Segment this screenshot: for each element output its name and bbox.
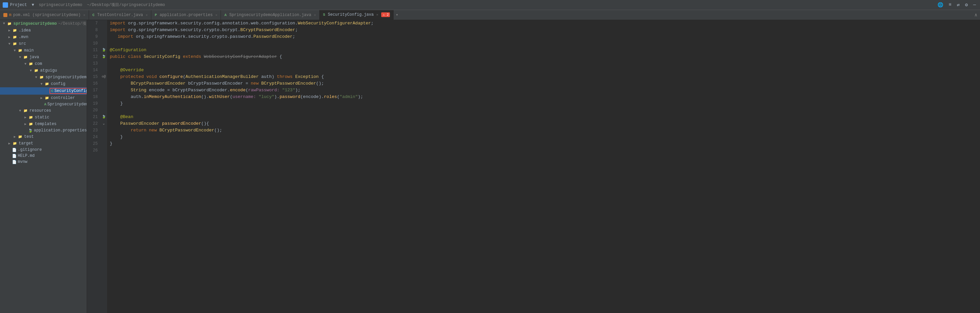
ln-11: 11 [90,47,98,54]
tree-main[interactable]: ▼ 📁 main [0,47,87,54]
g25 [100,140,107,147]
tab-app-close[interactable]: ✕ [314,13,316,17]
tree-idea[interactable]: ▶ 📁 .idea [0,27,87,34]
tree-resources[interactable]: ▼ 📁 resources [0,107,87,114]
config-arrow: ▼ [39,82,44,86]
tree-appprops[interactable]: ▶ 🍃 application.properties [0,127,87,133]
tree-java[interactable]: ▼ 📁 java [0,54,87,60]
tree-src[interactable]: ▼ 📁 src [0,40,87,47]
minimize-icon[interactable]: — [972,2,977,8]
java-folder-icon: 📁 [23,54,28,60]
atguigu-label: atguigu [40,68,57,73]
swap-icon[interactable]: ⇄ [956,2,961,8]
ln-12: 12 [90,54,98,60]
atguigu-folder-icon: 📁 [33,68,39,73]
ln-17: 17 [90,87,98,94]
src-folder-icon: 📁 [12,41,18,46]
tree-com[interactable]: ▼ 📁 com [0,60,87,67]
tree-test[interactable]: ▶ 📁 test [0,133,87,140]
tree-config[interactable]: ▼ 📁 config [0,81,87,87]
code-line-8: import org.springframework.security.cryp… [110,27,977,33]
tree-pkg[interactable]: ▼ 📁 springsecuritydemo [0,74,87,81]
res-label: resources [29,108,51,113]
pkg-label: springsecuritydemo [46,75,87,79]
tab-properties-text: application.properties [160,13,213,17]
ln-23: 23 [90,127,98,134]
line-numbers: 7 8 9 10 11 12 13 14 15 16 17 18 19 20 2… [87,20,100,313]
editor-actions[interactable]: ∧ [975,10,980,20]
tree-target[interactable]: ▶ 📁 target [0,140,87,147]
code-line-12: public class SecurityConfig extends WebS… [110,54,977,60]
src-label: src [19,41,26,46]
code-line-11: @Configuration [110,47,977,54]
ln-7: 7 [90,20,98,27]
java-arrow: ▼ [18,56,23,59]
tree-securityconfig[interactable]: ▶ C SecurityConfig [0,87,87,95]
globe-icon[interactable]: 🌐 [936,2,945,8]
scroll-up-icon[interactable]: ∧ [975,12,977,18]
g10 [100,40,107,47]
g16 [100,80,107,87]
config-folder-icon: 📁 [44,81,49,87]
list-icon[interactable]: ≡ [947,2,953,8]
tree-mvn[interactable]: ▶ 📁 .mvn [0,34,87,40]
root-label: springsecuritydemo [13,21,57,26]
tree-appclass[interactable]: ▶ A SpringsecuritydemoApplication [0,101,87,107]
git-icon: 📄 [12,148,17,152]
tree-mvnw[interactable]: ▶ 📄 mvnw [0,159,87,165]
tab-controller-text: TestController.java [97,13,143,17]
tree-controller[interactable]: ▶ 📁 controller [0,95,87,101]
code-line-22: PasswordEncoder passwordEncoder(){ [110,121,977,127]
tab-app-text: SpringsecuritydemoApplication.java [229,13,311,17]
securityconfig-icon: C [51,89,54,93]
res-arrow: ▼ [18,109,23,113]
test-label: test [24,134,34,139]
tree-static[interactable]: ▶ 📁 static [0,114,87,121]
title-bar: Project ▼ springsecuritydemo ~/Desktop/项… [0,0,980,10]
idea-folder-icon: 📁 [12,28,18,33]
java-label: java [29,55,39,60]
tab-app[interactable]: A SpringsecuritydemoApplication.java ✕ [221,10,319,20]
tree-atguigu[interactable]: ▼ 📁 atguigu [0,67,87,74]
tab-overflow[interactable]: ▾ [394,10,400,20]
g26 [100,147,107,154]
code-area[interactable]: 7 8 9 10 11 12 13 14 15 16 17 18 19 20 2… [87,20,980,313]
tree-root[interactable]: ▼ 📁 springsecuritydemo ~/Desktop/项目/spri… [0,20,87,27]
target-arrow: ▶ [7,141,12,145]
tab-pom-close[interactable]: ✕ [83,13,85,17]
appclass-icon: A [44,102,46,106]
project-tree: ▼ 📁 springsecuritydemo ~/Desktop/项目/spri… [0,20,87,313]
tree-templates[interactable]: ▶ 📁 templates [0,121,87,127]
g20 [100,107,107,114]
ln-26: 26 [90,147,98,154]
main-content: ▼ 📁 springsecuritydemo ~/Desktop/项目/spri… [0,20,980,313]
ln-13: 13 [90,60,98,67]
code-line-25: } [110,140,977,147]
ctrl-arrow: ▶ [39,96,44,100]
tab-security-close[interactable]: ✕ [376,13,378,17]
tab-properties-close[interactable]: ✕ [215,13,217,17]
tab-controller-close[interactable]: ✕ [146,13,148,17]
helpmd-label: HELP.md [18,154,35,158]
tree-gitignore[interactable]: ▶ 📄 .gitignore [0,147,87,153]
code-line-23: return new BCryptPasswordEncoder(); [110,127,977,134]
code-lines[interactable]: import org.springframework.security.conf… [107,20,980,313]
ln-24: 24 [90,134,98,140]
test-folder-icon: 📁 [18,134,23,140]
g19 [100,100,107,107]
mvnw-label: mvnw [18,159,27,164]
tab-properties[interactable]: P application.properties ✕ [151,10,221,20]
tab-security[interactable]: S SecurityConfig.java ✕ ⚠ 2 [320,10,394,20]
tab-security-text: SecurityConfig.java [328,13,374,17]
main-arrow: ▼ [12,49,18,52]
ln-22: 22 [90,121,98,127]
settings-icon[interactable]: ⚙ [964,2,969,8]
title-bar-actions[interactable]: 🌐 ≡ ⇄ ⚙ — [936,2,977,8]
tab-pom[interactable]: m pom.xml (springsecuritydemo) ✕ [0,10,89,20]
code-line-9: import org.springframework.security.cryp… [110,33,977,40]
g7 [100,20,107,27]
tree-helpmd[interactable]: ▶ 📄 HELP.md [0,153,87,159]
tab-controller[interactable]: C TestController.java ✕ [89,10,151,20]
g9 [100,33,107,40]
atguigu-arrow: ▼ [28,69,33,73]
